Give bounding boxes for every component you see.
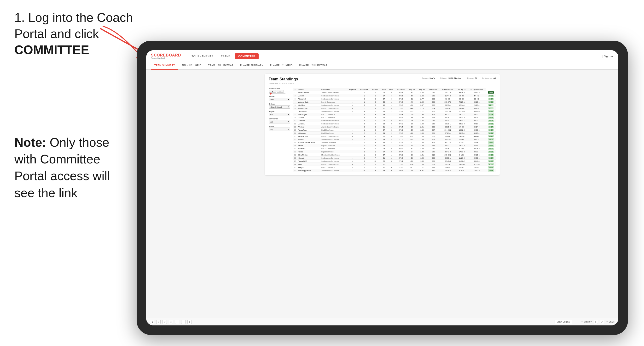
instruction-area: 1. Log into the Coach Portal and click C… <box>14 9 134 58</box>
cell-conference: Big 12 Conference <box>320 132 346 135</box>
sub-nav-team-summary[interactable]: TEAM SUMMARY <box>151 62 178 70</box>
cell-low: 86-25-1 <box>440 113 456 116</box>
cell-wins: 1 <box>388 113 395 116</box>
cell-rnds: 30 <box>380 160 388 163</box>
cell-no-tour: 9 <box>370 91 380 94</box>
toolbar-extra[interactable]: ⊡ <box>594 320 598 324</box>
cell-low: 66-40-1 <box>440 166 456 169</box>
table-row: 14 Oklahoma Big 12 Conference - 2 8 24 2… <box>293 132 496 135</box>
logo-sub: Powered by clippd <box>151 57 181 59</box>
sidebar-conference-select[interactable]: (All) ▾ <box>269 120 290 124</box>
toolbar-refresh[interactable]: ↺ <box>162 320 167 324</box>
cell-overall: 33-26-2 <box>456 107 468 110</box>
sub-nav-player-h2h-grid[interactable]: PLAYER H2H GRID <box>267 62 296 70</box>
nav-teams[interactable]: TEAMS <box>218 53 234 59</box>
cell-avg-rd: 217 <box>427 119 440 122</box>
share-btn[interactable]: ⬆ Share <box>606 321 614 323</box>
sidebar-region-select[interactable]: N/A ▾ <box>269 113 290 116</box>
sub-nav-player-summary[interactable]: PLAYER SUMMARY <box>237 62 267 70</box>
cell-low: 80-25-2 <box>440 138 456 141</box>
cell-diff: -1.4 <box>407 144 417 147</box>
cell-vs50: 80.34 <box>486 144 496 147</box>
content-layout: Minimum Rou... 4 30 Gender <box>269 88 496 172</box>
sidebar-school-select[interactable]: (All) ▾ <box>269 128 290 131</box>
cell-overall: 12-14-1 <box>456 104 468 107</box>
cell-rnds: 23 <box>380 135 388 138</box>
cell-avg-rd: 262 <box>427 91 440 94</box>
col-wins: Wins <box>388 88 395 91</box>
toolbar-forward[interactable]: ▶ <box>156 320 160 324</box>
cell-overall: 17-33-3 <box>456 150 468 153</box>
sidebar-minimum-rounds: Minimum Rou... 4 30 <box>269 88 290 94</box>
table-row: 17 East Tennessee State Southern Confere… <box>293 141 496 144</box>
cell-vs50: 85.98 <box>486 101 496 104</box>
toolbar-share-small[interactable]: ⎋ <box>169 320 173 324</box>
sidebar-max-input[interactable]: 30 <box>276 90 284 93</box>
cell-conference: Big 12 Conference <box>320 129 346 132</box>
cell-conference: Southeastern Conference <box>320 94 346 97</box>
cell-reg-rank: - <box>346 138 358 141</box>
cell-wins: 2 <box>388 132 395 135</box>
cell-rank: 24 <box>293 163 298 166</box>
cell-vs25: 40-30-2 <box>468 129 486 132</box>
cell-conference: Southern Conference <box>320 141 346 144</box>
sidebar-min-input[interactable]: 4 <box>269 90 276 93</box>
nav-tournaments[interactable]: TOURNAMENTS <box>188 53 217 59</box>
cell-rank: 18 <box>293 144 298 147</box>
cell-conf-rank: 2 <box>358 97 370 101</box>
sign-out[interactable]: | Sign out <box>602 55 614 58</box>
cell-overall: 23-11-0 <box>456 122 468 125</box>
cell-rank: 14 <box>293 132 298 135</box>
cell-school: Georgia <box>298 157 320 160</box>
cell-no-tour: 9 <box>370 138 380 141</box>
cell-low: 59-39-1 <box>440 157 456 160</box>
cell-adj-score: 280.7 <box>395 169 407 172</box>
cell-adj-score: 279.5 <box>395 166 407 169</box>
view-original-btn[interactable]: View: Original <box>554 320 572 324</box>
cell-avg-rd: 265 <box>427 135 440 138</box>
cell-low: 91-6-0 <box>440 97 456 101</box>
cell-conf-rank: 3 <box>358 125 370 129</box>
cell-avg-rd: 269 <box>427 160 440 163</box>
sub-nav-team-h2h-grid[interactable]: TEAM H2H GRID <box>178 62 205 70</box>
nav-committee[interactable]: COMMITTEE <box>235 53 258 59</box>
cell-wins: 1 <box>388 125 395 129</box>
cell-rank: 21 <box>293 153 298 157</box>
watch-btn[interactable]: 👁 Watch ▾ <box>581 321 592 323</box>
toolbar-clock[interactable]: ⏱ <box>188 320 192 324</box>
cell-vs50: 80.23 <box>486 116 496 119</box>
cell-vs50: 85.02 <box>486 138 496 141</box>
cell-low: 82-18-1 <box>440 122 456 125</box>
cell-low: 83-25-1 <box>440 147 456 150</box>
toolbar-options[interactable]: ⋯ <box>181 320 186 324</box>
cell-vs50: 87.21 <box>486 94 496 97</box>
table-row: 7 Tennessee Southeastern Conference - 4 … <box>293 110 496 113</box>
cell-school: Florida <box>298 138 320 141</box>
table-row: 3 Vanderbilt Southeastern Conference - 2… <box>293 97 496 101</box>
cell-rnds: 27 <box>380 107 388 110</box>
cell-diff: -5.5 <box>407 110 417 113</box>
chevron-down-icon: ▾ <box>590 321 592 323</box>
table-row: 2 Auburn Southeastern Conference - 1 9 2… <box>293 94 496 97</box>
cell-no-tour: 8 <box>370 125 380 129</box>
committee-bold: COMMITTEE <box>14 43 89 57</box>
sidebar-gender-select[interactable]: Men's ▾ <box>269 98 290 101</box>
cell-reg-rank: - <box>346 107 358 110</box>
cell-diff: -4.4 <box>407 107 417 110</box>
cell-no-tour: 7 <box>370 157 380 160</box>
cell-rnds: 18 <box>380 110 388 113</box>
cell-rnds: 27 <box>380 91 388 94</box>
sub-nav-player-h2h-heatmap[interactable]: PLAYER H2H HEATMAP <box>296 62 330 70</box>
sub-nav-team-h2h-heatmap[interactable]: TEAM H2H HEATMAP <box>205 62 237 70</box>
sidebar-division-select[interactable]: NCAA Division I ▾ <box>269 105 290 109</box>
cell-wins: 2 <box>388 110 395 113</box>
cell-avg-sg: 1.41 <box>417 153 427 157</box>
toolbar-bookmark[interactable]: + <box>175 320 179 324</box>
cell-overall: 17-9-0 <box>456 125 468 129</box>
toolbar-back[interactable]: ◀ <box>150 320 154 324</box>
cell-avg-rd: 203 <box>427 97 440 101</box>
cell-rank: 23 <box>293 160 298 163</box>
toolbar-expand[interactable]: ⤢ <box>600 320 604 324</box>
cell-wins: 6 <box>388 94 395 97</box>
cell-wins: 1 <box>388 157 395 160</box>
